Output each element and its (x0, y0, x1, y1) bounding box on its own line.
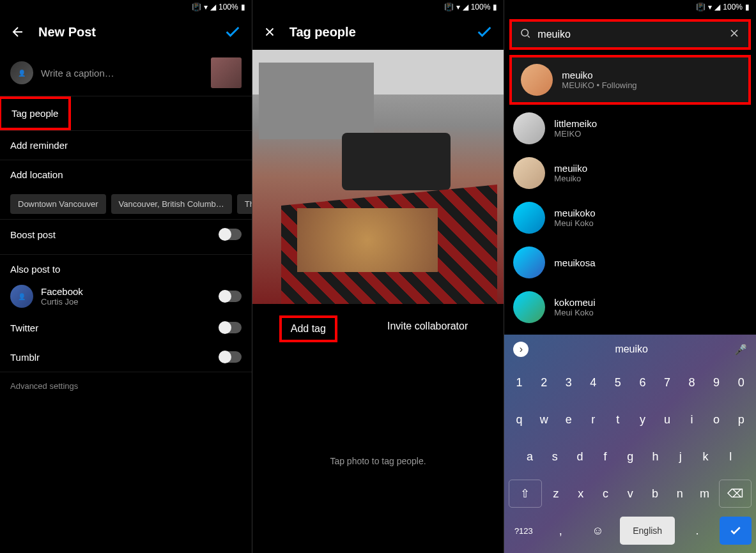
add-location-button[interactable]: Add location (0, 160, 252, 189)
key-e[interactable]: e (558, 405, 579, 434)
result-subtitle: Meuiko (554, 174, 587, 183)
result-subtitle: Meui Koko (554, 218, 595, 228)
key-l[interactable]: l (720, 443, 741, 471)
key-h[interactable]: h (645, 443, 666, 471)
search-bar-wrap (509, 19, 751, 50)
facebook-avatar: 👤 (10, 285, 33, 308)
key-7[interactable]: 7 (657, 368, 678, 397)
signal-icon: ◢ (463, 3, 468, 11)
advanced-settings-button[interactable]: Advanced settings (0, 372, 252, 400)
tag-people-label: Tag people (12, 108, 58, 119)
key-g[interactable]: g (620, 443, 641, 471)
comma-key[interactable]: , (546, 517, 575, 545)
key-p[interactable]: p (730, 405, 752, 434)
key-j[interactable]: j (670, 443, 691, 471)
caption-input[interactable]: Write a caption… (41, 68, 203, 79)
chevron-right-icon[interactable]: › (513, 342, 528, 357)
key-z[interactable]: z (546, 480, 567, 508)
key-f[interactable]: f (594, 443, 615, 471)
emoji-key[interactable]: ☺ (583, 517, 612, 545)
post-photo[interactable] (252, 50, 504, 304)
key-a[interactable]: a (519, 443, 540, 471)
back-icon[interactable] (10, 24, 26, 40)
search-result[interactable]: meuikosa (504, 240, 756, 285)
key-y[interactable]: y (632, 405, 653, 434)
key-6[interactable]: 6 (632, 368, 653, 397)
location-chip-row: Downtown Vancouver Vancouver, British Co… (0, 189, 252, 219)
shift-key[interactable]: ⇧ (509, 480, 541, 508)
period-key[interactable]: . (683, 517, 712, 545)
tumblr-row: Tumblr (0, 342, 252, 372)
tumblr-toggle[interactable] (220, 351, 242, 363)
tag-people-button[interactable]: Tag people (0, 96, 71, 130)
key-4[interactable]: 4 (583, 368, 604, 397)
key-x[interactable]: x (570, 480, 591, 508)
key-2[interactable]: 2 (534, 368, 555, 397)
key-k[interactable]: k (695, 443, 716, 471)
location-chip[interactable]: Vancouver, British Columb… (111, 194, 232, 214)
key-d[interactable]: d (569, 443, 590, 471)
result-username: littlemeiko (554, 118, 597, 129)
search-result[interactable]: meuiiko Meuiko (504, 151, 756, 195)
add-location-label: Add location (10, 169, 63, 180)
symbols-key[interactable]: ?123 (509, 517, 538, 545)
key-8[interactable]: 8 (681, 368, 702, 397)
key-5[interactable]: 5 (608, 368, 629, 397)
signal-icon: ◢ (210, 3, 216, 11)
confirm-icon[interactable] (475, 23, 493, 41)
search-icon (520, 27, 531, 42)
confirm-icon[interactable] (224, 23, 242, 41)
clear-icon[interactable] (728, 27, 741, 42)
key-r[interactable]: r (583, 405, 604, 434)
add-tag-button[interactable]: Add tag (279, 315, 337, 342)
key-s[interactable]: s (544, 443, 566, 471)
location-chip[interactable]: The F (237, 194, 252, 214)
add-reminder-button[interactable]: Add reminder (0, 131, 252, 160)
key-t[interactable]: t (608, 405, 629, 434)
twitter-toggle[interactable] (220, 322, 242, 333)
key-c[interactable]: c (595, 480, 616, 508)
search-input[interactable] (537, 29, 721, 40)
key-o[interactable]: o (706, 405, 727, 434)
enter-key[interactable] (720, 517, 752, 545)
key-b[interactable]: b (645, 480, 666, 508)
search-result[interactable]: meuiko MEUiKO • Following (509, 55, 751, 105)
search-result[interactable]: meuikoko Meui Koko (504, 195, 756, 240)
status-bar: 📳 ▾ ◢ 100% ▮ (252, 0, 504, 14)
page-title: Tag people (289, 25, 463, 40)
backspace-key[interactable]: ⌫ (719, 480, 752, 508)
key-0[interactable]: 0 (730, 368, 752, 397)
vibrate-icon: 📳 (192, 3, 201, 11)
key-m[interactable]: m (694, 480, 715, 508)
key-1[interactable]: 1 (509, 368, 530, 397)
search-result[interactable]: kokomeui Meui Koko (504, 285, 756, 330)
key-v[interactable]: v (620, 480, 641, 508)
key-q[interactable]: q (509, 405, 530, 434)
key-9[interactable]: 9 (706, 368, 727, 397)
tumblr-label: Tumblr (10, 352, 40, 363)
keyboard-row-bottom: ?123 , ☺ English . (504, 512, 756, 549)
key-i[interactable]: i (681, 405, 702, 434)
tap-hint-label: Tap photo to tag people. (252, 456, 504, 466)
suggestion-text[interactable]: meuiko (615, 344, 648, 355)
key-w[interactable]: w (534, 405, 555, 434)
status-bar: 📳 ▾ ◢ 100% ▮ (504, 0, 756, 14)
space-key[interactable]: English (620, 517, 675, 545)
location-chip[interactable]: Downtown Vancouver (10, 194, 106, 214)
keyboard-row-qwerty: q w e r t y u i o p (504, 401, 756, 438)
mic-icon[interactable]: 🎤 (734, 344, 747, 356)
result-subtitle: MEIKO (554, 129, 597, 139)
result-subtitle: Meui Koko (554, 308, 595, 317)
invite-collaborator-button[interactable]: Invite collaborator (378, 315, 477, 342)
post-thumbnail[interactable] (211, 57, 242, 88)
boost-toggle[interactable] (220, 229, 242, 240)
tag-actions: Add tag Invite collaborator (252, 304, 504, 354)
key-u[interactable]: u (657, 405, 678, 434)
facebook-label: Facebook (41, 286, 212, 297)
key-3[interactable]: 3 (558, 368, 579, 397)
facebook-toggle[interactable] (220, 291, 242, 302)
boost-post-row: Boost post (0, 220, 252, 249)
search-result[interactable]: littlemeiko MEIKO (504, 106, 756, 151)
close-icon[interactable] (263, 25, 277, 39)
key-n[interactable]: n (669, 480, 690, 508)
